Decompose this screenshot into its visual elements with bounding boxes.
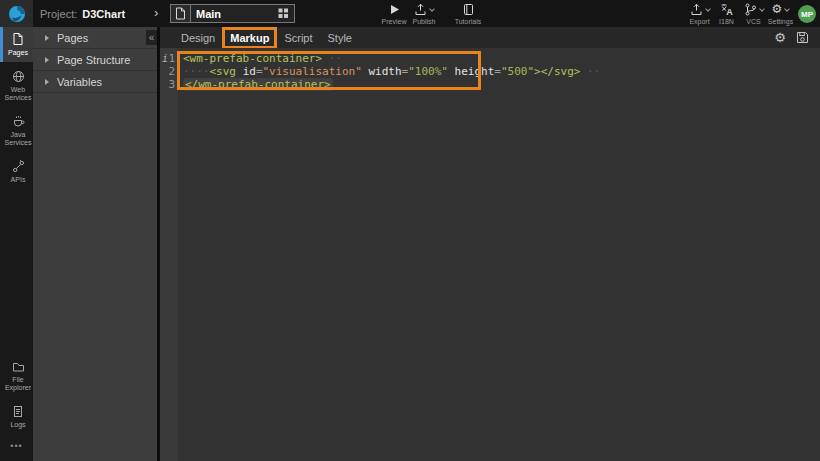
expand-triangle-icon: [45, 35, 49, 41]
rail-spacer: [0, 192, 33, 356]
rail-item-apis[interactable]: APIs: [0, 155, 33, 189]
editor-tab-bar: Design Markup Script Style ⚙: [160, 27, 820, 48]
rail-item-java-services[interactable]: Java Services: [0, 110, 33, 152]
translate-icon: A: [720, 3, 733, 16]
rail-item-label: APIs: [11, 176, 26, 184]
branch-icon: [744, 3, 757, 16]
topbar-center-actions: Preview Publish Tutorials: [379, 3, 483, 25]
rail-item-web-services[interactable]: Web Services: [0, 65, 33, 107]
active-page-selector[interactable]: Main: [191, 4, 295, 23]
rail-more-button[interactable]: •••: [0, 441, 33, 451]
chevron-down-icon: [759, 6, 765, 12]
code-line-1[interactable]: <wm-prefab-container> ··: [183, 52, 820, 65]
code-line-3[interactable]: </wm-prefab-container>: [183, 78, 820, 91]
gutter-line-3: 3: [160, 78, 178, 91]
export-icon: [690, 3, 703, 16]
tab-script[interactable]: Script: [282, 31, 314, 45]
globe-icon: [12, 70, 25, 83]
tab-style[interactable]: Style: [326, 31, 354, 45]
expand-triangle-icon: [45, 79, 49, 85]
left-rail: Pages Web Services Java Services: [0, 27, 33, 461]
info-marker-icon: i: [162, 52, 168, 65]
tab-markup[interactable]: Markup: [228, 31, 271, 45]
gutter-line-1: i 1: [160, 52, 178, 65]
editor-gutter: i 1 2 3: [160, 48, 178, 461]
wavemaker-logo-icon: [8, 5, 26, 23]
code-content[interactable]: <wm-prefab-container> ·· ····<svg id="vi…: [178, 48, 820, 461]
publish-label: Publish: [413, 18, 436, 25]
project-breadcrumb: Project: D3Chart: [40, 0, 125, 27]
gear-icon: ⚙: [772, 3, 783, 16]
settings-button[interactable]: ⚙ Settings: [767, 3, 794, 25]
panel-section-label: Pages: [57, 32, 88, 44]
panel-section-variables[interactable]: Variables: [33, 71, 157, 93]
log-file-icon: [12, 405, 24, 418]
folder-icon: [12, 361, 25, 373]
expand-triangle-icon: [45, 57, 49, 63]
rail-item-label: File Explorer: [3, 376, 33, 392]
editor-settings-gear-icon[interactable]: ⚙: [774, 30, 786, 45]
collapse-panel-button[interactable]: «: [146, 30, 157, 45]
rail-item-label: Pages: [8, 49, 28, 57]
rail-item-label: Logs: [10, 421, 25, 429]
publish-button[interactable]: Publish: [409, 3, 439, 25]
preview-button[interactable]: Preview: [379, 3, 409, 25]
main-area: Design Markup Script Style ⚙ i 1: [160, 27, 820, 461]
vcs-button[interactable]: VCS: [740, 3, 767, 25]
chevron-down-icon: [705, 6, 711, 12]
panel-section-label: Page Structure: [57, 54, 130, 66]
code-line-2[interactable]: ····<svg id="visualisation" width="100%"…: [183, 65, 820, 78]
project-label: Project:: [40, 8, 77, 20]
rail-item-logs[interactable]: Logs: [0, 400, 33, 434]
page-type-button[interactable]: [170, 4, 191, 23]
tab-design[interactable]: Design: [179, 31, 217, 45]
tutorials-book-icon: [462, 3, 474, 16]
api-connector-icon: [12, 160, 25, 173]
line-number: 1: [168, 52, 175, 65]
project-name: D3Chart: [82, 8, 125, 20]
rail-item-label: Web Services: [3, 86, 33, 102]
top-bar: Project: D3Chart › Main: [0, 0, 820, 27]
code-editor[interactable]: i 1 2 3 <wm-prefab-container> ·· ····<sv…: [160, 48, 820, 461]
page-tab: Main: [170, 4, 295, 23]
rail-item-label: Java Services: [3, 131, 33, 147]
panel-section-label: Variables: [57, 76, 102, 88]
save-icon[interactable]: [796, 31, 809, 44]
line-number: 3: [168, 78, 175, 91]
grid-view-icon[interactable]: [278, 8, 289, 19]
preview-label: Preview: [382, 18, 407, 25]
topbar-right-actions: Export A I18N VCS: [686, 3, 816, 25]
workspace: Pages Web Services Java Services: [0, 27, 820, 461]
breadcrumb-chevron-icon: ›: [154, 5, 158, 20]
tutorials-button[interactable]: Tutorials: [453, 3, 483, 25]
i18n-label: I18N: [719, 18, 734, 25]
settings-label: Settings: [768, 18, 793, 25]
export-label: Export: [689, 18, 709, 25]
rail-item-file-explorer[interactable]: File Explorer: [0, 356, 33, 397]
rail-item-pages[interactable]: Pages: [0, 27, 33, 62]
tab-markup-label: Markup: [230, 32, 269, 44]
side-panel: Pages Page Structure Variables «: [33, 27, 157, 461]
coffee-cup-icon: [12, 115, 25, 128]
export-button[interactable]: Export: [686, 3, 713, 25]
chevron-down-icon: [785, 6, 791, 12]
app-logo[interactable]: [0, 0, 33, 27]
svg-text:A: A: [726, 7, 733, 16]
page-icon: [175, 7, 186, 20]
line-number: 2: [168, 65, 175, 78]
panel-section-page-structure[interactable]: Page Structure: [33, 49, 157, 71]
chevron-down-icon: [429, 6, 435, 12]
gutter-line-2: 2: [160, 65, 178, 78]
user-avatar[interactable]: MP: [798, 5, 816, 23]
active-page-name: Main: [196, 8, 278, 20]
vcs-label: VCS: [746, 18, 760, 25]
play-icon: [389, 4, 400, 15]
tutorials-label: Tutorials: [455, 18, 482, 25]
i18n-button[interactable]: A I18N: [713, 3, 740, 25]
pages-icon: [12, 32, 24, 46]
panel-section-pages[interactable]: Pages: [33, 27, 157, 49]
publish-icon: [414, 3, 427, 16]
